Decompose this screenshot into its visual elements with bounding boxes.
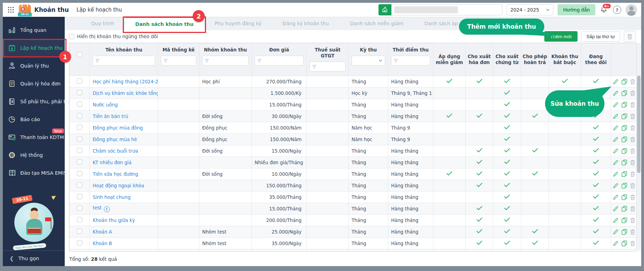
delete-button[interactable]	[630, 79, 635, 85]
sidebar-item-3[interactable]: Quản lý hóa đơn	[3, 75, 65, 92]
duplicate-button[interactable]	[621, 194, 627, 200]
column-header-10[interactable]: Cho xuất chứng từ	[493, 43, 521, 76]
column-header-1[interactable]: Tên khoản thu	[90, 43, 158, 76]
delete-button[interactable]	[630, 171, 635, 177]
school-icon-button[interactable]	[378, 4, 391, 15]
fee-name-link[interactable]: Hoạt động ngoại khóa	[93, 183, 144, 188]
edit-button[interactable]	[613, 79, 618, 85]
duplicate-button[interactable]	[621, 171, 627, 177]
show-stopped-toggle[interactable]: Hiển thị khoản thu ngừng theo dõi	[69, 34, 158, 39]
delete-button[interactable]	[630, 137, 635, 143]
help-button[interactable]: ?	[613, 6, 621, 14]
edit-button[interactable]	[613, 217, 618, 223]
row-checkbox[interactable]	[77, 229, 82, 234]
row-checkbox[interactable]	[77, 240, 82, 245]
tab-2[interactable]: Phụ huynh đăng ký	[204, 17, 272, 30]
edit-button[interactable]	[613, 125, 618, 131]
fee-name-link[interactable]: test	[93, 205, 102, 210]
delete-button[interactable]	[630, 183, 635, 189]
edit-button[interactable]	[613, 194, 618, 200]
delete-button[interactable]	[630, 160, 635, 166]
duplicate-button[interactable]	[621, 240, 627, 246]
delete-button[interactable]	[630, 241, 635, 246]
row-checkbox-cell[interactable]	[70, 157, 90, 168]
guide-button[interactable]: Hướng dẫn	[558, 4, 595, 15]
delete-button[interactable]	[630, 90, 635, 96]
row-checkbox[interactable]	[77, 90, 82, 95]
duplicate-button[interactable]	[621, 113, 627, 119]
column-header-6[interactable]: Kỳ thu	[349, 43, 388, 76]
duplicate-button[interactable]	[621, 102, 627, 108]
delete-button[interactable]	[630, 102, 635, 108]
sidebar-item-2[interactable]: $Quản lý thu	[3, 57, 65, 75]
filter-input[interactable]	[391, 56, 430, 65]
reorder-button[interactable]: Sắp lại thứ tự	[581, 31, 620, 42]
row-checkbox-cell[interactable]	[70, 145, 90, 157]
edit-button[interactable]	[613, 102, 618, 108]
row-checkbox[interactable]	[77, 136, 82, 141]
sidebar-item-5[interactable]: Báo cáo	[3, 110, 65, 128]
tab-5[interactable]: Danh sách áp dụng chính sách giá	[414, 17, 519, 30]
sidebar-item-6[interactable]: Thanh toán KDTMNew	[3, 128, 65, 146]
fee-name-link[interactable]: Nước uống	[93, 102, 118, 107]
edit-button[interactable]	[613, 137, 618, 143]
row-checkbox-cell[interactable]	[70, 180, 90, 192]
row-checkbox[interactable]	[77, 206, 82, 211]
filter-input[interactable]	[161, 56, 196, 65]
fee-name-link[interactable]: Khoản B	[93, 241, 112, 246]
fee-name-link[interactable]: Đồng phục mùa hè	[93, 137, 137, 142]
column-header-7[interactable]: Thời điểm thu	[388, 43, 433, 76]
bulk-delete-button[interactable]	[624, 31, 636, 42]
row-checkbox-cell[interactable]	[70, 88, 90, 99]
row-checkbox[interactable]	[77, 148, 82, 153]
delete-button[interactable]	[630, 229, 635, 235]
row-checkbox-cell[interactable]	[70, 215, 90, 226]
vertical-scrollbar[interactable]	[637, 43, 641, 251]
delete-button[interactable]	[630, 217, 635, 223]
row-checkbox[interactable]	[77, 113, 82, 118]
column-header-13[interactable]: Đang theo dõi	[581, 43, 611, 76]
filter-input[interactable]	[202, 56, 249, 65]
tab-3[interactable]: Đăng ký khoản thu	[272, 17, 340, 30]
row-checkbox[interactable]	[77, 125, 82, 130]
row-checkbox-cell[interactable]	[70, 168, 90, 180]
fee-name-link[interactable]: Khoản A	[93, 229, 112, 235]
delete-button[interactable]	[630, 148, 635, 154]
edit-button[interactable]	[613, 90, 618, 96]
filter-input[interactable]	[255, 56, 304, 65]
row-checkbox-cell[interactable]	[70, 249, 90, 252]
delete-button[interactable]	[630, 113, 635, 119]
filter-input[interactable]	[310, 62, 346, 71]
delete-button[interactable]	[630, 206, 635, 212]
row-checkbox-cell[interactable]	[70, 134, 90, 145]
duplicate-button[interactable]	[621, 90, 627, 96]
school-search-input[interactable]	[391, 4, 502, 15]
edit-button[interactable]	[613, 160, 618, 166]
row-checkbox[interactable]	[77, 217, 82, 222]
sidebar-collapse-button[interactable]: ❮ Thu gọn	[3, 250, 65, 266]
duplicate-button[interactable]	[621, 136, 627, 143]
column-header-14[interactable]	[611, 43, 637, 76]
row-checkbox-cell[interactable]	[70, 122, 90, 134]
row-checkbox-cell[interactable]	[70, 238, 90, 249]
filter-select[interactable]	[352, 56, 385, 65]
fee-name-link[interactable]: KT nhiều đơn giá	[93, 160, 132, 165]
fee-name-link[interactable]: Học phí hàng tháng (2024-2025	[93, 79, 158, 84]
duplicate-button[interactable]	[621, 148, 627, 154]
filter-input[interactable]	[93, 56, 155, 65]
sidebar-item-0[interactable]: Tổng quan	[3, 21, 65, 39]
row-checkbox-cell[interactable]	[70, 192, 90, 203]
row-checkbox[interactable]	[77, 102, 82, 107]
sidebar-item-1[interactable]: $Lập kế hoạch thu1	[3, 39, 65, 57]
row-checkbox[interactable]	[77, 194, 82, 199]
row-checkbox[interactable]	[77, 182, 82, 188]
sidebar-item-8[interactable]: Đào tạo MISA EMIS	[3, 164, 65, 182]
fee-name-link[interactable]: Tiền sữa học đường	[93, 172, 138, 177]
column-header-4[interactable]: Đơn giá	[252, 43, 307, 76]
column-header-9[interactable]: Cho xuất hóa đơn	[466, 43, 493, 76]
show-stopped-checkbox[interactable]	[69, 34, 74, 39]
fee-name-link[interactable]: Khoản thu giữa kỳ	[93, 218, 135, 223]
duplicate-button[interactable]	[621, 182, 627, 189]
sidebar-item-7[interactable]: Hệ thống	[3, 146, 65, 164]
edit-button[interactable]	[613, 171, 618, 177]
